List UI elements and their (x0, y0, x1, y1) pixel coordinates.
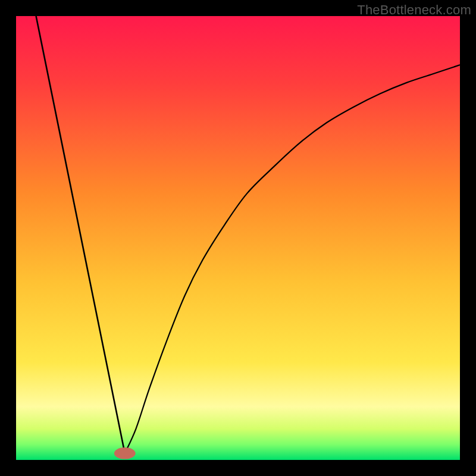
watermark-text: TheBottleneck.com (357, 2, 471, 18)
gradient-background (16, 16, 460, 460)
chart-plot-area (16, 16, 460, 460)
chart-frame: TheBottleneck.com (0, 0, 476, 476)
chart-svg (16, 16, 460, 460)
minimum-marker (114, 447, 136, 459)
